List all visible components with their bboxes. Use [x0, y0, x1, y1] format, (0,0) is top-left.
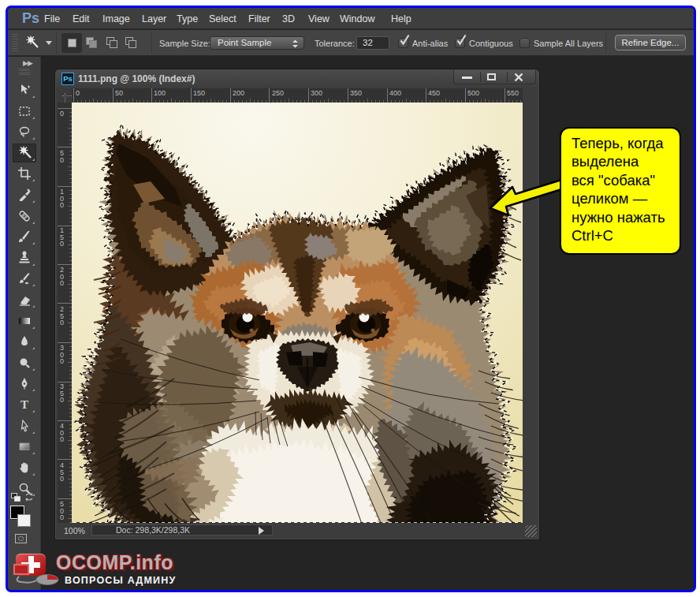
svg-text:T: T	[20, 398, 28, 411]
